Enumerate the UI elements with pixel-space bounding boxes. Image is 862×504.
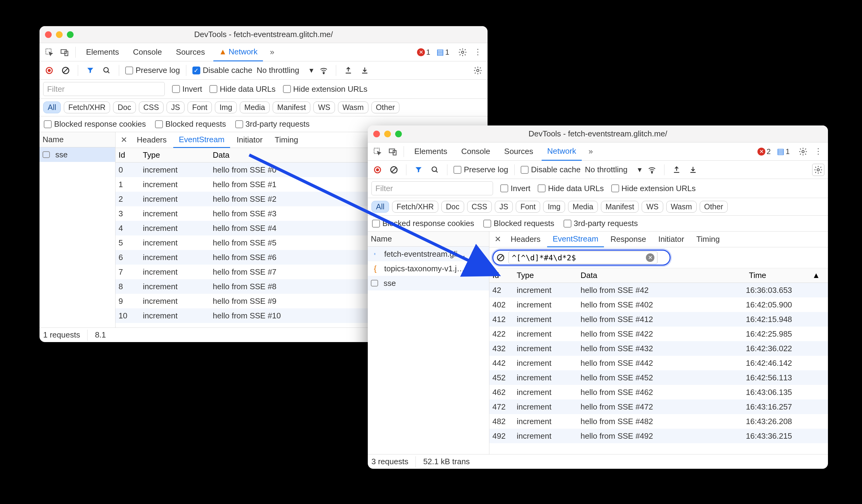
request-row[interactable]: { }topics-taxonomy-v1.j…: [368, 261, 489, 276]
invert-checkbox[interactable]: Invert: [500, 184, 531, 193]
event-row[interactable]: 452incrementhello from SSE #45216:42:56.…: [489, 370, 828, 385]
hide-extension-urls-checkbox[interactable]: Hide extension URLs: [611, 184, 696, 193]
col-type[interactable]: Type: [514, 271, 577, 280]
kebab-icon[interactable]: ⋮: [812, 146, 824, 158]
clear-icon[interactable]: [60, 64, 72, 77]
kebab-icon[interactable]: ⋮: [472, 46, 484, 58]
upload-icon[interactable]: [342, 64, 354, 77]
tab-eventstream[interactable]: EventStream: [173, 132, 230, 148]
event-row[interactable]: 42incrementhello from SSE #4216:36:03.65…: [489, 283, 828, 297]
tab-console[interactable]: Console: [456, 143, 495, 161]
tab-initiator[interactable]: Initiator: [231, 132, 268, 148]
info-badge[interactable]: ▤1: [777, 147, 790, 156]
chip-media[interactable]: Media: [568, 201, 598, 213]
name-header[interactable]: Name: [40, 132, 115, 147]
close-detail-icon[interactable]: ✕: [118, 134, 130, 146]
filter-input[interactable]: Filter: [43, 82, 165, 96]
event-row[interactable]: 432incrementhello from SSE #43216:42:36.…: [489, 341, 828, 356]
col-data[interactable]: Data: [577, 271, 743, 280]
chip-manifest[interactable]: Manifest: [601, 201, 639, 213]
error-badge[interactable]: ✕2: [757, 147, 771, 156]
request-row[interactable]: sse: [40, 147, 115, 162]
settings-icon[interactable]: [457, 46, 469, 58]
filter-icon[interactable]: [84, 64, 96, 77]
chip-doc[interactable]: Doc: [113, 102, 135, 113]
event-row[interactable]: 472incrementhello from SSE #47216:43:16.…: [489, 399, 828, 414]
tab-console[interactable]: Console: [127, 43, 167, 61]
filter-icon[interactable]: [413, 164, 425, 176]
clear-icon[interactable]: [495, 252, 507, 264]
blocked-requests-checkbox[interactable]: Blocked requests: [483, 219, 554, 228]
chip-img[interactable]: Img: [543, 201, 565, 213]
event-row[interactable]: 402incrementhello from SSE #40216:42:05.…: [489, 297, 828, 312]
event-row[interactable]: 492incrementhello from SSE #49216:43:36.…: [489, 429, 828, 443]
chip-other[interactable]: Other: [371, 102, 400, 113]
download-icon[interactable]: [359, 64, 371, 77]
chip-js[interactable]: JS: [495, 201, 513, 213]
network-settings-icon[interactable]: [472, 64, 484, 77]
chip-js[interactable]: JS: [167, 102, 184, 113]
chip-ws[interactable]: WS: [642, 201, 663, 213]
disable-cache-checkbox[interactable]: Disable cache: [521, 165, 580, 174]
titlebar[interactable]: DevTools - fetch-eventstream.glitch.me/: [40, 26, 487, 43]
preserve-log-checkbox[interactable]: Preserve log: [454, 165, 508, 174]
chip-css[interactable]: CSS: [467, 201, 492, 213]
chip-media[interactable]: Media: [240, 102, 270, 113]
network-settings-icon[interactable]: [812, 164, 824, 176]
event-row[interactable]: 482incrementhello from SSE #48216:43:26.…: [489, 414, 828, 429]
device-icon[interactable]: [58, 46, 70, 58]
chip-doc[interactable]: Doc: [441, 201, 464, 213]
record-icon[interactable]: [43, 64, 55, 77]
chip-font[interactable]: Font: [187, 102, 212, 113]
hide-extension-urls-checkbox[interactable]: Hide extension URLs: [283, 84, 367, 94]
disable-cache-checkbox[interactable]: ✓Disable cache: [192, 66, 252, 75]
col-time[interactable]: Time▲: [743, 271, 828, 280]
col-type[interactable]: Type: [140, 150, 210, 160]
third-party-checkbox[interactable]: 3rd-party requests: [235, 119, 310, 129]
error-badge[interactable]: ✕1: [417, 48, 430, 56]
preserve-log-checkbox[interactable]: Preserve log: [125, 66, 180, 75]
chip-all[interactable]: All: [43, 102, 61, 113]
event-row[interactable]: 422incrementhello from SSE #42216:42:25.…: [489, 327, 828, 341]
record-icon[interactable]: [371, 164, 383, 176]
event-row[interactable]: 412incrementhello from SSE #41216:42:15.…: [489, 312, 828, 327]
filter-input[interactable]: Filter: [371, 181, 493, 195]
chip-css[interactable]: CSS: [139, 102, 164, 113]
tab-headers[interactable]: Headers: [505, 231, 546, 247]
inspect-icon[interactable]: [43, 46, 55, 58]
throttling-select[interactable]: No throttling▾: [585, 165, 642, 174]
tab-network[interactable]: ▲Network: [213, 43, 263, 61]
chip-other[interactable]: Other: [700, 201, 728, 213]
chip-all[interactable]: All: [371, 201, 389, 213]
blocked-requests-checkbox[interactable]: Blocked requests: [155, 119, 226, 129]
hide-data-urls-checkbox[interactable]: Hide data URLs: [209, 84, 276, 94]
tab-sources[interactable]: Sources: [170, 43, 210, 61]
inspect-icon[interactable]: [371, 146, 383, 158]
tab-eventstream[interactable]: EventStream: [547, 231, 604, 247]
tab-response[interactable]: Response: [605, 231, 652, 247]
tab-elements[interactable]: Elements: [80, 43, 124, 61]
request-row[interactable]: sse: [368, 276, 489, 290]
chip-img[interactable]: Img: [215, 102, 237, 113]
chip-fetch[interactable]: Fetch/XHR: [392, 201, 438, 213]
settings-icon[interactable]: [797, 146, 809, 158]
col-id[interactable]: Id: [116, 150, 140, 160]
close-detail-icon[interactable]: ✕: [492, 233, 504, 246]
search-icon[interactable]: [429, 164, 441, 176]
chip-wasm[interactable]: Wasm: [666, 201, 697, 213]
tab-network[interactable]: Network: [541, 143, 582, 161]
chip-fetch[interactable]: Fetch/XHR: [64, 102, 110, 113]
tab-sources[interactable]: Sources: [499, 143, 539, 161]
clear-icon[interactable]: [388, 164, 400, 176]
name-header[interactable]: Name: [368, 231, 489, 247]
tab-elements[interactable]: Elements: [409, 143, 453, 161]
more-tabs-icon[interactable]: »: [585, 146, 597, 158]
maximize-icon[interactable]: [67, 31, 74, 38]
third-party-checkbox[interactable]: 3rd-party requests: [563, 219, 638, 228]
eventstream-regex-input[interactable]: [509, 251, 657, 264]
download-icon[interactable]: [687, 164, 699, 176]
chip-wasm[interactable]: Wasm: [338, 102, 368, 113]
minimize-icon[interactable]: [56, 31, 63, 38]
col-id[interactable]: Id: [489, 271, 514, 280]
chip-manifest[interactable]: Manifest: [273, 102, 310, 113]
